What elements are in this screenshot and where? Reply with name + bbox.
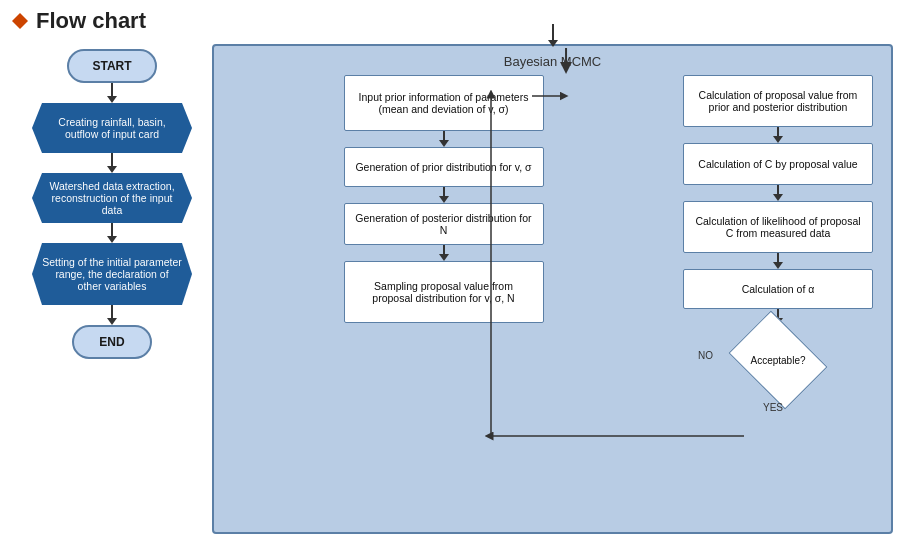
page-title: Flow chart bbox=[36, 8, 146, 34]
start-shape: START bbox=[67, 49, 157, 83]
yes-label: YES bbox=[763, 402, 783, 413]
bay-right-rect4: Calculation of α bbox=[683, 269, 873, 309]
bay-r-arrow2 bbox=[773, 185, 783, 201]
bayesian-label: Bayesian MCMC bbox=[222, 54, 883, 69]
bay-left-rect3: Generation of posterior distribution for… bbox=[344, 203, 544, 245]
bayesian-right: Calculation of proposal value from prior… bbox=[673, 75, 883, 505]
arrow-1 bbox=[107, 83, 117, 103]
bay-l-arrow3 bbox=[439, 245, 449, 261]
hex-box-2: Watershed data extraction, reconstructio… bbox=[32, 173, 192, 223]
arrow-2 bbox=[107, 153, 117, 173]
bayesian-left: Input prior information of parameters (m… bbox=[222, 75, 665, 505]
left-column: START Creating rainfall, basin, outflow … bbox=[12, 44, 212, 534]
diamond-icon bbox=[12, 13, 28, 29]
bayesian-inner: Input prior information of parameters (m… bbox=[222, 75, 883, 505]
hex-box-3: Setting of the initial parameter range, … bbox=[32, 243, 192, 305]
bay-l-arrow2 bbox=[439, 187, 449, 203]
bay-right-rect2: Calculation of C by proposal value bbox=[683, 143, 873, 185]
diamond-container: Acceptable? NO YES bbox=[728, 325, 828, 395]
bay-right-rect3: Calculation of likelihood of proposal C … bbox=[683, 201, 873, 253]
title-row: Flow chart bbox=[12, 8, 893, 34]
bay-right-rect1: Calculation of proposal value from prior… bbox=[683, 75, 873, 127]
bay-r-arrow1 bbox=[773, 127, 783, 143]
hex-box-1: Creating rainfall, basin, outflow of inp… bbox=[32, 103, 192, 153]
end-shape: END bbox=[72, 325, 152, 359]
bayesian-box: Bayesian MCMC Input prior information of… bbox=[212, 44, 893, 534]
acceptable-label: Acceptable? bbox=[728, 325, 828, 395]
main-content: START Creating rainfall, basin, outflow … bbox=[12, 44, 893, 534]
top-arrow bbox=[548, 24, 558, 47]
bay-l-arrow1 bbox=[439, 131, 449, 147]
no-label: NO bbox=[698, 350, 713, 361]
bay-left-rect4: Sampling proposal value from proposal di… bbox=[344, 261, 544, 323]
bay-left-rect2: Generation of prior distribution for v, … bbox=[344, 147, 544, 187]
arrow-4 bbox=[107, 305, 117, 325]
page: Flow chart START Creating rainfall, basi… bbox=[0, 0, 905, 549]
bay-left-rect1: Input prior information of parameters (m… bbox=[344, 75, 544, 131]
bay-r-arrow3 bbox=[773, 253, 783, 269]
arrow-3 bbox=[107, 223, 117, 243]
